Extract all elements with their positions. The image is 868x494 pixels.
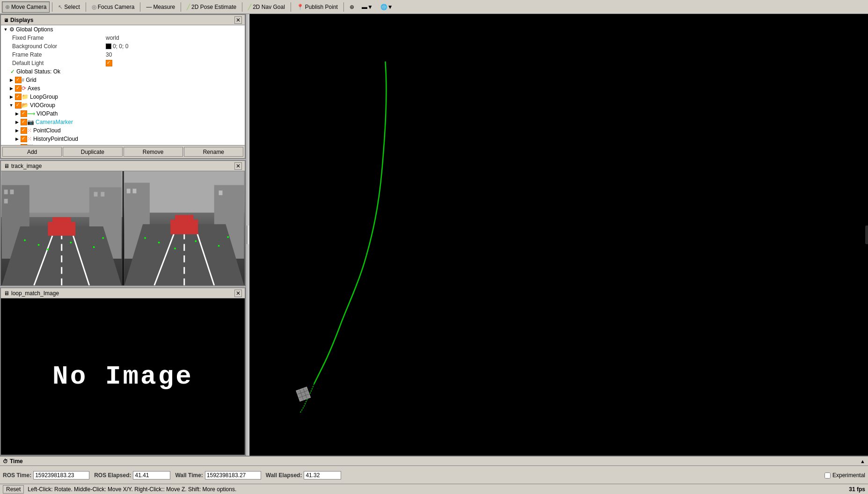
camera-marker-checkbox[interactable] (21, 119, 27, 125)
vio-group-item[interactable]: ▼ 📂 VIOGroup (1, 101, 245, 109)
time-panel-expand[interactable]: ▲ (860, 458, 865, 464)
select-button[interactable]: Select (55, 1, 83, 13)
move-camera-label: Move Camera (11, 4, 46, 10)
duplicate-button[interactable]: Duplicate (63, 147, 122, 157)
vio-path-expander[interactable]: ▶ (14, 111, 20, 116)
loop-group-icon: 📁 (22, 94, 29, 100)
camera-marker-expander[interactable]: ▶ (14, 119, 20, 125)
vio-path-item[interactable]: ▶ ⟿ VIOPath (1, 109, 245, 118)
history-point-cloud-item[interactable]: ▶ ⁙ HistoryPointCloud (1, 135, 245, 143)
move-camera-button[interactable]: Move Camera (2, 1, 50, 13)
svg-point-32 (174, 247, 176, 249)
ros-time-label: ROS Time: (3, 472, 31, 479)
ros-elapsed-label: ROS Elapsed: (94, 472, 131, 479)
publish-point-icon: 📍 (297, 4, 304, 10)
crosshair-button[interactable]: ⊕ (346, 1, 357, 13)
displays-buttons: Add Duplicate Remove Rename (1, 145, 245, 158)
global-status-label: Global Status: Ok (16, 68, 243, 75)
camera-marker-label: CameraMarker (36, 119, 243, 125)
loop-group-expander[interactable]: ▶ (8, 94, 14, 100)
grid-expander[interactable]: ▶ (8, 77, 14, 83)
time-panel: Time ▲ ROS Time: ROS Elapsed: Wall Time:… (0, 456, 868, 484)
loop-match-content: No Image (1, 298, 245, 455)
vio-group-icon: 📂 (22, 102, 29, 109)
view-mode-button[interactable]: 🌐▼ (377, 1, 396, 13)
track-image-checkbox[interactable] (21, 144, 27, 145)
time-title: Time (10, 458, 23, 465)
svg-point-30 (144, 237, 146, 239)
point-cloud-label: PointCloud (33, 127, 243, 134)
svg-point-13 (38, 244, 40, 246)
point-cloud-checkbox[interactable] (21, 127, 27, 134)
pose-estimate-button[interactable]: ╱ 2D Pose Estimate (183, 1, 240, 13)
global-options-item[interactable]: ▼ ⚙ Global Options (1, 25, 245, 34)
vio-path-icon: ⟿ (27, 110, 35, 117)
no-image-text: No Image (52, 362, 193, 392)
toolbar: Move Camera Select Focus Camera — Measur… (0, 0, 868, 14)
right-edge-handle[interactable] (865, 225, 868, 244)
left-camera-slot (1, 171, 123, 285)
select-icon (58, 4, 63, 10)
reset-button[interactable]: Reset (3, 485, 24, 494)
global-options-label: Global Options (16, 26, 243, 33)
wall-time-input[interactable] (205, 471, 261, 479)
global-options-expander[interactable]: ▼ (3, 27, 8, 32)
svg-rect-7 (101, 192, 104, 196)
axes-item[interactable]: ▶ ⟳ Axes (1, 84, 245, 93)
grid-item[interactable]: ▶ Grid (1, 76, 245, 84)
grid-view-button[interactable]: ▬▼ (358, 1, 376, 13)
loop-match-close-button[interactable]: ✕ (234, 290, 242, 297)
vio-path-label: VIOPath (36, 110, 243, 117)
axes-expander[interactable]: ▶ (8, 86, 14, 91)
experimental-checkbox[interactable] (824, 472, 831, 479)
history-cloud-checkbox[interactable] (21, 136, 27, 142)
loop-group-item[interactable]: ▶ 📁 LoopGroup (1, 93, 245, 101)
grid-checkbox[interactable] (15, 77, 22, 83)
camera-marker-item[interactable]: ▶ 📷 CameraMarker (1, 118, 245, 126)
svg-rect-22 (126, 189, 130, 193)
svg-point-14 (47, 248, 49, 250)
history-cloud-expander[interactable]: ▶ (14, 136, 20, 142)
svg-rect-37 (175, 215, 193, 221)
view-mode-icon: 🌐▼ (380, 4, 393, 10)
track-image-close-button[interactable]: ✕ (234, 162, 242, 170)
default-light-checkbox[interactable] (106, 60, 112, 66)
rename-button[interactable]: Rename (184, 147, 243, 157)
focus-camera-button[interactable]: Focus Camera (88, 1, 138, 13)
displays-header: Displays ✕ (1, 15, 245, 25)
ros-elapsed-input[interactable] (133, 471, 170, 479)
loop-group-checkbox[interactable] (15, 94, 22, 100)
vio-group-expander[interactable]: ▼ (8, 102, 14, 108)
resize-handle[interactable] (246, 14, 249, 456)
track-image-panel: 🖥 track_image ✕ (0, 160, 246, 286)
nav-goal-button[interactable]: ╱ 2D Nav Goal (245, 1, 288, 13)
track-image-header: 🖥 track_image ✕ (1, 161, 245, 171)
displays-title: Displays (4, 17, 33, 23)
displays-close-button[interactable]: ✕ (234, 16, 242, 24)
nav-goal-icon: ╱ (248, 4, 251, 10)
clock-icon (3, 458, 8, 465)
add-button[interactable]: Add (2, 147, 62, 157)
ros-time-group: ROS Time: (3, 471, 89, 479)
vio-path-checkbox[interactable] (21, 110, 27, 117)
ros-time-input[interactable] (33, 471, 89, 479)
loop-match-header-icon: 🖥 (4, 290, 9, 297)
status-ok-icon: ✓ (10, 68, 15, 75)
point-cloud-item[interactable]: ▶ ⁙ PointCloud (1, 126, 245, 135)
remove-button[interactable]: Remove (124, 147, 183, 157)
camera-images-container (1, 171, 245, 285)
bg-color-swatch[interactable] (106, 44, 111, 49)
wall-elapsed-input[interactable] (304, 471, 341, 479)
measure-button[interactable]: — Measure (143, 1, 178, 13)
grid-view-icon: ▬▼ (362, 4, 373, 10)
point-cloud-expander[interactable]: ▶ (14, 128, 20, 133)
3d-viewport[interactable] (249, 14, 868, 456)
displays-content[interactable]: ▼ ⚙ Global Options Fixed Frame world Bac… (1, 25, 245, 145)
right-camera-scene (124, 171, 245, 285)
vio-group-checkbox[interactable] (15, 102, 22, 109)
camera-marker-icon: 📷 (27, 119, 34, 125)
publish-point-button[interactable]: 📍 Publish Point (293, 1, 341, 13)
left-panel: Displays ✕ ▼ ⚙ Global Options Fixed Fram… (0, 14, 246, 456)
svg-point-33 (195, 240, 197, 242)
axes-checkbox[interactable] (15, 85, 22, 92)
